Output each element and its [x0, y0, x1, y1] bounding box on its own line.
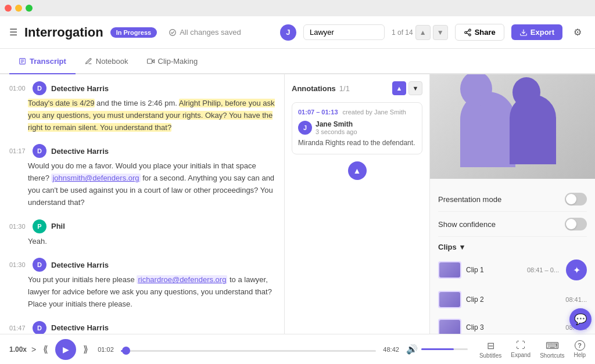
status-badge: In Progress: [110, 27, 157, 38]
page-title: Interrogation: [24, 25, 103, 40]
share-button[interactable]: Share: [455, 24, 504, 41]
right-panel: Presentation mode Show confidence Clips …: [430, 74, 595, 334]
header: ☰ Interrogation In Progress All changes …: [0, 16, 595, 49]
speed-button[interactable]: 1.00x: [9, 345, 27, 354]
annotation-text: Miranda Rights read to the defendant.: [298, 138, 416, 148]
table-row: 01:30 D Detective Harris You put your in…: [9, 258, 275, 310]
transcript-text: Today's date is 4/29 and the time is 2:4…: [28, 98, 275, 134]
show-confidence-row: Show confidence: [438, 212, 587, 237]
transcript-text: Yeah.: [28, 236, 275, 248]
timestamp: 01:30: [9, 223, 28, 230]
close-button[interactable]: [5, 5, 12, 12]
clip-action-button[interactable]: ✦: [566, 260, 587, 280]
silhouette-graphic: [454, 80, 571, 173]
annotation-next-button[interactable]: ▼: [408, 81, 422, 95]
list-item: Clip 3 08:41...: [438, 315, 587, 334]
avatar: J: [280, 24, 296, 41]
svg-marker-11: [152, 59, 154, 62]
clips-header: Clips ▾: [438, 237, 587, 256]
skip-forward-button[interactable]: ⟫: [81, 341, 91, 357]
clips-list: Clip 1 08:41 – 0... ✦ Clip 2 08:41... Cl…: [438, 256, 587, 334]
timestamp: 01:17: [9, 147, 28, 154]
list-item: Clip 2 08:41...: [438, 287, 587, 312]
annotation-avatar: J: [298, 121, 312, 135]
shortcuts-tool[interactable]: ⌨ Shortcuts: [540, 340, 564, 359]
clip-name: Clip 3: [466, 323, 561, 331]
table-row: 01:17 D Detective Harris Would you do me…: [9, 144, 275, 208]
speaker-icon: D: [33, 144, 46, 158]
presentation-mode-row: Presentation mode: [438, 187, 587, 212]
play-button[interactable]: ▶: [55, 339, 76, 360]
email-link[interactable]: johnsmith@defenders.org: [51, 174, 140, 182]
speaker-count: 1 of 14: [392, 28, 413, 37]
speaker-icon: D: [33, 321, 46, 334]
prev-speaker-button[interactable]: ▲: [415, 25, 431, 40]
svg-point-1: [468, 29, 471, 31]
subtitles-icon: ⊟: [487, 340, 494, 351]
table-row: 01:47 D Detective Harris If you cannot a…: [9, 321, 275, 334]
speaker-name: Phil: [51, 222, 65, 230]
clips-label: Clips: [438, 243, 457, 251]
svg-rect-12: [147, 59, 152, 63]
email-link[interactable]: richardroe@defenders.org: [137, 275, 227, 284]
transcript-text: You put your initials here please richar…: [28, 274, 275, 310]
maximize-button[interactable]: [26, 5, 33, 12]
volume-section: 🔊: [406, 344, 468, 355]
expand-tool[interactable]: ⛶ Expand: [511, 340, 531, 358]
timestamp: 01:47: [9, 325, 28, 331]
transcript-text: Would you do me a favor. Would you place…: [28, 160, 275, 208]
annotation-user-time: 3 seconds ago: [316, 128, 357, 135]
preview-image: [430, 74, 595, 179]
show-confidence-toggle[interactable]: [565, 218, 587, 230]
export-button[interactable]: Export: [511, 24, 562, 40]
speaker-icon: D: [33, 258, 46, 272]
speed-forward-icon[interactable]: >: [31, 345, 36, 354]
clip-name: Clip 1: [466, 266, 522, 274]
tab-transcript[interactable]: Transcript: [9, 49, 76, 74]
table-row: 01:00 D Detective Harris Today's date is…: [9, 81, 275, 134]
annotation-card: 01:07 – 01:13 created by Jane Smith J Ja…: [292, 102, 422, 154]
annotation-nav: ▲ ▼: [392, 81, 422, 95]
skip-back-button[interactable]: ⟪: [41, 341, 51, 357]
speaker-name: Detective Harris: [51, 261, 109, 269]
transcript-panel: 01:00 D Detective Harris Today's date is…: [0, 74, 285, 334]
presentation-mode-toggle[interactable]: [565, 193, 587, 206]
titlebar: [0, 0, 595, 16]
clip-thumbnail: [438, 319, 461, 334]
chat-fab-button[interactable]: 💬: [569, 308, 592, 330]
help-tool[interactable]: ? Help: [574, 340, 586, 358]
help-icon: ?: [575, 340, 585, 351]
speaker-input[interactable]: [303, 24, 385, 40]
tabbar: Transcript Notebook Clip-Making: [0, 49, 595, 74]
volume-icon[interactable]: 🔊: [406, 344, 418, 355]
svg-line-5: [467, 30, 469, 31]
clip-name: Clip 2: [466, 295, 561, 304]
progress-bar[interactable]: [121, 347, 377, 352]
annotations-count: 1/1: [339, 84, 350, 93]
annotation-prev-button[interactable]: ▲: [392, 81, 406, 95]
menu-icon[interactable]: ☰: [9, 27, 17, 38]
list-item: Clip 1 08:41 – 0... ✦: [438, 256, 587, 284]
tab-notebook[interactable]: Notebook: [76, 49, 138, 74]
subtitles-tool[interactable]: ⊟ Subtitles: [479, 340, 501, 359]
annotations-title: Annotations: [292, 84, 336, 93]
time-current: 01:02: [98, 346, 114, 353]
annotations-panel: Annotations 1/1 ▲ ▼ 01:07 – 01:13 create…: [285, 74, 430, 334]
speaker-name: Detective Harris: [51, 323, 109, 332]
scroll-up-button[interactable]: ▲: [348, 161, 367, 180]
minimize-button[interactable]: [15, 5, 22, 12]
shortcuts-icon: ⌨: [546, 340, 559, 351]
clip-thumbnail: [438, 261, 461, 279]
settings-icon[interactable]: ⚙: [569, 24, 586, 41]
speaker-icon: D: [33, 81, 46, 95]
volume-slider[interactable]: [421, 348, 468, 350]
timestamp: 01:00: [9, 85, 28, 92]
speaker-icon: P: [33, 219, 46, 233]
timestamp: 01:30: [9, 261, 28, 268]
tab-clip-making[interactable]: Clip-Making: [138, 49, 207, 74]
changes-saved-text: All changes saved: [180, 28, 241, 37]
changes-saved: All changes saved: [169, 28, 241, 37]
main-content: 01:00 D Detective Harris Today's date is…: [0, 74, 595, 334]
next-speaker-button[interactable]: ▼: [433, 25, 448, 40]
clip-time: 08:41...: [565, 296, 587, 303]
